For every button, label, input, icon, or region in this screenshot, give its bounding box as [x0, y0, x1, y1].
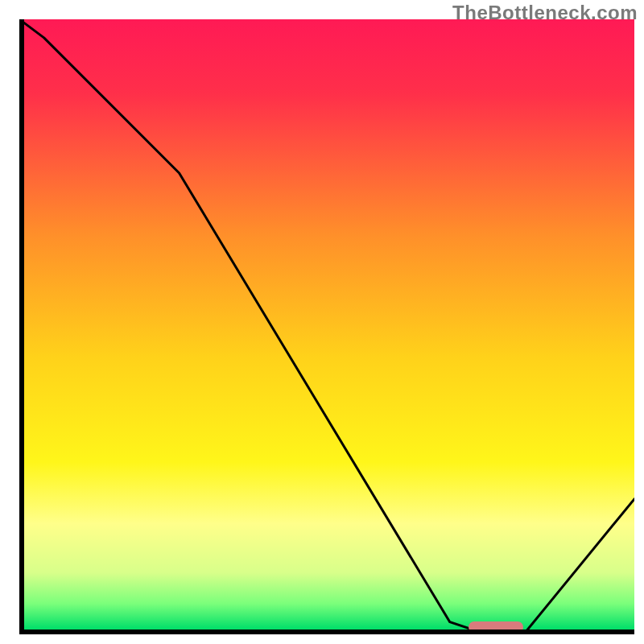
- x-axis: [19, 630, 634, 634]
- plot-area: [19, 19, 634, 634]
- curve-path: [19, 19, 634, 634]
- chart-stage: TheBottleneck.com: [0, 0, 644, 644]
- bottleneck-curve: [19, 19, 634, 634]
- y-axis: [19, 19, 24, 634]
